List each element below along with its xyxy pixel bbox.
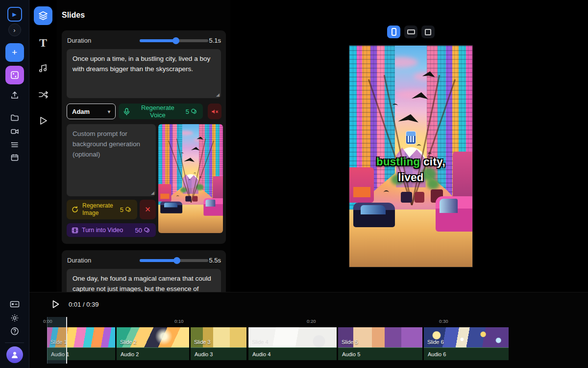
speaker-muted-icon — [211, 108, 219, 115]
format-square-button[interactable] — [421, 26, 435, 38]
format-landscape-button[interactable] — [404, 26, 417, 38]
user-avatar[interactable] — [6, 346, 23, 363]
played-region — [47, 317, 66, 364]
regenerate-voice-button[interactable]: Regenerate Voice 5 — [119, 104, 203, 119]
caption-overlay: bustling city, lived — [349, 154, 472, 185]
video-cost: 50 — [135, 227, 142, 234]
turn-into-video-button[interactable]: Turn into Video 50 — [67, 223, 156, 237]
image-cost: 5 — [120, 206, 123, 213]
clip-slide-label: Slide 6 — [427, 339, 444, 345]
timeline-play-button[interactable] — [50, 299, 62, 310]
folder-icon — [10, 113, 19, 122]
clip-audio-track[interactable]: Audio 5 — [338, 347, 422, 360]
caption-line-1: bustling city, — [349, 154, 472, 170]
calendar-icon — [10, 153, 19, 162]
projects-folder-button[interactable] — [9, 112, 21, 124]
question-icon — [10, 327, 19, 336]
coins-icon — [191, 108, 198, 115]
duration-slider[interactable] — [140, 259, 208, 262]
sidebar-divider — [5, 342, 24, 343]
video-preview-canvas[interactable]: bustling city, lived — [349, 45, 473, 267]
slider-thumb[interactable] — [172, 37, 179, 44]
new-project-button[interactable]: + — [5, 43, 24, 62]
timeline-clip-5[interactable]: Slide 5 Audio 5 — [338, 327, 422, 360]
timeline-clip-2[interactable]: Slide 2 Audio 2 — [117, 327, 189, 360]
slide-text-wrap: Once upon a time, in a bustling city, li… — [67, 49, 221, 98]
help-button[interactable] — [9, 326, 21, 337]
expand-sidebar-button[interactable]: › — [8, 24, 21, 36]
videos-button[interactable] — [9, 126, 21, 137]
slider-fill — [140, 259, 177, 262]
play-outline-icon — [38, 115, 49, 126]
upload-icon — [10, 91, 19, 100]
music-note-icon — [38, 63, 49, 74]
slide-image-thumbnail[interactable] — [158, 124, 223, 233]
duration-label: Duration — [67, 37, 91, 44]
timeline-time: 0:01 / 0:39 — [69, 301, 98, 308]
slide-text-input[interactable]: Once upon a time, in a bustling city, li… — [67, 49, 221, 98]
chevron-right-icon: › — [13, 26, 15, 34]
regenerate-voice-label: Regenerate Voice — [133, 104, 183, 119]
plus-icon: + — [12, 47, 17, 58]
slider-thumb[interactable] — [173, 257, 180, 264]
settings-button[interactable] — [9, 313, 21, 323]
city-sticker — [406, 131, 416, 144]
chevron-down-icon: ▾ — [108, 109, 110, 114]
tab-music[interactable] — [36, 61, 50, 76]
clip-slide-label: Slide 2 — [120, 339, 137, 345]
tick-1: 0:10 — [174, 318, 184, 324]
clip-slide-label: Slide 5 — [342, 339, 358, 345]
tab-slides[interactable] — [34, 6, 52, 25]
video-camera-icon — [10, 127, 19, 136]
slides-panel: Slides Duration 5.1s Once upon a time, i… — [57, 0, 230, 292]
square-icon — [425, 29, 431, 35]
duration-slider[interactable] — [140, 39, 208, 42]
timeline-clip-3[interactable]: Slide 3 Audio 3 — [191, 327, 246, 360]
tab-transitions[interactable] — [36, 87, 50, 102]
billing-button[interactable] — [9, 299, 21, 309]
regenerate-image-label: Regenerate Image — [82, 202, 116, 217]
voice-select-value: Adam — [72, 108, 90, 115]
clip-audio-track[interactable]: Audio 2 — [117, 347, 189, 360]
app-logo[interactable]: ▶ — [7, 7, 22, 22]
panel-title: Slides — [62, 11, 85, 20]
tick-2: 0:20 — [307, 318, 316, 324]
clip-audio-track[interactable]: Audio 4 — [248, 347, 337, 360]
duration-value: 5.5s — [209, 257, 221, 264]
delete-image-button[interactable]: ✕ — [140, 200, 156, 219]
tab-preview[interactable] — [36, 113, 50, 128]
clip-audio-track[interactable]: Audio 6 — [424, 347, 509, 360]
playhead[interactable] — [66, 317, 67, 364]
shuffle-icon — [38, 89, 49, 100]
timeline-bar: 0:01 / 0:39 0:00 0:10 0:20 0:30 Slide 1 … — [29, 292, 588, 368]
close-icon: ✕ — [145, 205, 151, 214]
timeline-clip-4[interactable]: Slide 4 Audio 4 — [248, 327, 337, 360]
regenerate-image-button[interactable]: Regenerate Image 5 — [67, 200, 137, 219]
slider-fill — [140, 39, 176, 42]
mute-button[interactable] — [208, 104, 221, 119]
voice-select[interactable]: Adam ▾ — [67, 104, 116, 119]
audio-label: Audio 2 — [121, 351, 139, 357]
schedule-button[interactable] — [9, 152, 21, 163]
queue-list-button[interactable] — [9, 139, 21, 151]
upload-button[interactable] — [9, 89, 21, 101]
film-icon — [72, 227, 78, 234]
layers-icon — [38, 10, 49, 21]
custom-prompt-input[interactable] — [67, 124, 156, 196]
microphone-icon — [123, 108, 130, 115]
tab-text[interactable]: T — [36, 35, 50, 50]
clip-slide-label: Slide 4 — [252, 339, 269, 345]
clip-audio-track[interactable]: Audio 3 — [191, 347, 246, 360]
format-portrait-button[interactable] — [387, 26, 400, 38]
media-generator-button[interactable] — [5, 66, 24, 84]
duration-value: 5.1s — [209, 37, 221, 44]
slide-card-1: Duration 5.1s Once upon a time, in a bus… — [62, 30, 226, 244]
voice-cost: 5 — [186, 108, 189, 115]
caption-line-2: lived — [349, 170, 472, 185]
slide-image-art — [158, 124, 223, 233]
play-icon — [52, 300, 60, 309]
timeline-clip-6[interactable]: Slide 6 Audio 6 — [424, 327, 509, 360]
credit-card-icon — [10, 300, 20, 308]
text-tool-icon: T — [39, 36, 47, 50]
tool-rail: T — [29, 0, 57, 292]
